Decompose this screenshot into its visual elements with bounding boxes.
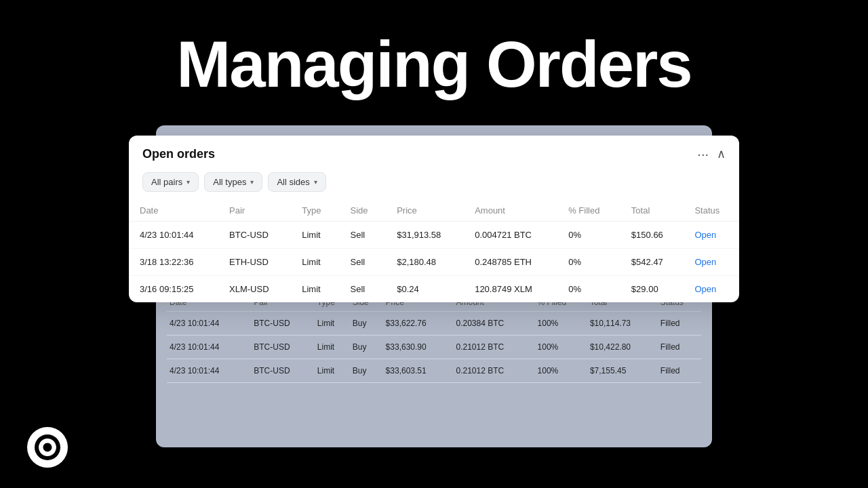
bg-orders-table: Date Pair Type Side Price Amount % Fille… bbox=[167, 293, 701, 383]
table-header-row: Date Pair Type Side Price Amount % Fille… bbox=[129, 200, 739, 222]
col-price: Price bbox=[386, 200, 464, 222]
collapse-button[interactable]: ∧ bbox=[717, 146, 726, 161]
filter-all-pairs[interactable]: All pairs ▾ bbox=[142, 172, 199, 192]
col-date: Date bbox=[129, 200, 218, 222]
card-title: Open orders bbox=[142, 147, 215, 161]
table-row: 4/23 10:01:44 BTC-USD Limit Buy $33,630.… bbox=[167, 336, 701, 359]
col-pair: Pair bbox=[218, 200, 291, 222]
svg-point-0 bbox=[35, 434, 60, 460]
card-header: Open orders ··· ∧ bbox=[129, 136, 739, 167]
col-amount: Amount bbox=[464, 200, 557, 222]
table-row[interactable]: 3/16 09:15:25 XLM-USD Limit Sell $0.24 1… bbox=[129, 276, 739, 303]
table-row: 4/23 10:01:44 BTC-USD Limit Buy $33,622.… bbox=[167, 312, 701, 336]
table-row[interactable]: 3/18 13:22:36 ETH-USD Limit Sell $2,180.… bbox=[129, 249, 739, 276]
filter-bar: All pairs ▾ All types ▾ All sides ▾ bbox=[129, 167, 739, 200]
col-total: Total bbox=[620, 200, 684, 222]
chevron-down-icon: ▾ bbox=[186, 178, 190, 186]
chevron-down-icon: ▾ bbox=[250, 178, 254, 186]
col-side: Side bbox=[340, 200, 387, 222]
chevron-down-icon: ▾ bbox=[314, 178, 317, 186]
coinbase-logo bbox=[27, 427, 68, 468]
card-header-actions: ··· ∧ bbox=[697, 146, 726, 161]
open-orders-card: Open orders ··· ∧ All pairs ▾ All types … bbox=[129, 136, 739, 302]
col-status: Status bbox=[684, 200, 739, 222]
col-pct-filled: % Filled bbox=[557, 200, 620, 222]
filter-all-sides[interactable]: All sides ▾ bbox=[268, 172, 326, 192]
more-options-button[interactable]: ··· bbox=[697, 147, 709, 161]
table-row[interactable]: 4/23 10:01:44 BTC-USD Limit Sell $31,913… bbox=[129, 222, 739, 249]
open-orders-table: Date Pair Type Side Price Amount % Fille… bbox=[129, 200, 739, 302]
table-row: 4/23 10:01:44 BTC-USD Limit Buy $33,603.… bbox=[167, 359, 701, 383]
hero-title: Managing Orders bbox=[0, 27, 868, 102]
filter-all-types[interactable]: All types ▾ bbox=[204, 172, 262, 192]
col-type: Type bbox=[291, 200, 339, 222]
